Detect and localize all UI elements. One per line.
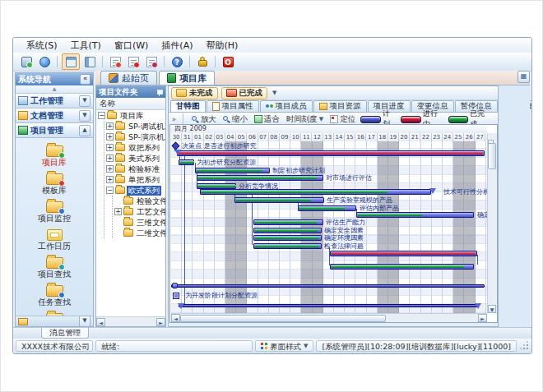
filter-已完成[interactable]: 已完成 <box>221 87 268 99</box>
tree-node[interactable]: +检验标准 <box>104 164 165 174</box>
tree-node[interactable]: +双把系列 <box>104 142 165 153</box>
schedule-button[interactable] <box>125 54 142 69</box>
pin-icon[interactable] <box>155 89 163 96</box>
task-bar[interactable] <box>330 264 474 270</box>
summary-bar[interactable] <box>171 284 485 288</box>
tool-缩小[interactable]: 缩小 <box>221 114 249 125</box>
tree-expander[interactable]: + <box>106 144 114 151</box>
layout-button[interactable] <box>81 54 98 69</box>
menu-item-帮[interactable]: 帮助(H) <box>199 39 244 53</box>
window-button[interactable] <box>62 53 80 70</box>
tool-定位[interactable]: 定位 <box>328 114 357 125</box>
gantt-hscrollbar[interactable]: ◄ ► <box>171 313 487 322</box>
tree-node[interactable]: +单把系列 <box>104 174 165 185</box>
menu-item-工[interactable]: 工具(T) <box>64 39 108 53</box>
tree-expander[interactable]: − <box>98 112 105 119</box>
progress-bar[interactable] <box>330 251 477 256</box>
scroll-right-icon[interactable]: ► <box>478 314 487 322</box>
gantt-tab-项目成员[interactable]: 项目成员 <box>260 100 313 112</box>
tree-expander[interactable]: + <box>106 154 114 162</box>
task-button[interactable] <box>143 54 160 69</box>
filter-未完成[interactable]: 未完成 <box>171 87 218 99</box>
milestone-marker[interactable] <box>172 142 180 150</box>
nav-collapsed-group[interactable]: ▼ <box>16 316 93 326</box>
menu-item-插[interactable]: 插件(A) <box>155 39 199 53</box>
computer-button[interactable] <box>18 54 35 69</box>
tool-适合[interactable]: 适合 <box>253 114 281 125</box>
exit-button[interactable] <box>220 54 236 69</box>
tool-放大[interactable]: 放大 <box>190 114 218 125</box>
chevron-down-icon[interactable]: ▼ <box>79 316 90 327</box>
sidebar-item[interactable]: 项目库 <box>42 142 67 167</box>
task-bar[interactable] <box>234 197 324 203</box>
tab-list-button[interactable]: ▦ <box>517 71 530 83</box>
gantt-tab-甘特图[interactable]: 甘特图 <box>170 100 206 112</box>
tree-expander[interactable]: − <box>106 187 114 194</box>
scroll-left-icon[interactable]: ◄ <box>171 314 180 322</box>
tree-expander[interactable]: + <box>106 122 114 130</box>
sidebar-group-3[interactable]: 项目管理▲ <box>16 123 93 138</box>
scroll-down-icon[interactable]: ▼ <box>488 305 496 313</box>
gantt-tab-项目属性[interactable]: 项目属性 <box>207 100 259 112</box>
task-bar[interactable] <box>253 235 322 241</box>
tree-node[interactable]: +SP-调试机系 <box>104 121 165 131</box>
gantt-vscrollbar[interactable]: ▲ ▼ <box>487 133 497 313</box>
task-bar[interactable] <box>195 168 270 173</box>
task-bar[interactable] <box>197 175 323 181</box>
tree-hscrollbar[interactable]: ◄ ► <box>96 316 165 326</box>
tree-node[interactable]: −项目库 <box>96 110 165 121</box>
task-bar[interactable] <box>253 219 323 225</box>
menu-item-系[interactable]: 系统(S) <box>20 39 64 53</box>
task-bar[interactable] <box>200 189 431 195</box>
tab-起始页[interactable]: 起始页 <box>100 71 157 85</box>
sidebar-scroll-up[interactable]: ▲ <box>16 85 93 94</box>
help-button[interactable] <box>169 54 185 69</box>
interface-style-button[interactable]: 界面样式 ▼ <box>255 340 313 352</box>
toolbar-overflow-icon[interactable]: » <box>172 116 176 123</box>
task-icon[interactable] <box>173 293 179 299</box>
sidebar-item[interactable]: 项目查找 <box>38 254 71 279</box>
tree-column-header[interactable]: 名称 <box>96 98 165 110</box>
menu-item-窗[interactable]: 窗口(W) <box>108 39 155 53</box>
scroll-left-icon[interactable]: ◄ <box>96 318 105 326</box>
task-bar[interactable] <box>298 205 356 211</box>
chevron-down-icon[interactable]: ▼ <box>272 90 276 96</box>
tab-项目库[interactable]: 项目库 <box>159 71 215 85</box>
tree-node[interactable]: +SP-演示机系 <box>104 131 165 142</box>
sidebar-group-1[interactable]: 工作管理▼ <box>16 94 93 108</box>
task-bar[interactable] <box>356 212 474 218</box>
globe-button[interactable] <box>36 54 53 69</box>
chevron-icon[interactable]: ▲ <box>79 125 90 136</box>
gantt-plot[interactable]: 决策点 是否进行初步研究为初步研究分配资源制定初步研究计划对市场进行评估分析竞争… <box>171 141 487 313</box>
message-manager-tab[interactable]: 消息管理 <box>41 328 89 339</box>
tree-node[interactable]: −欧式系列 <box>104 185 165 196</box>
tree-node[interactable]: +工艺文件 <box>113 206 165 217</box>
task-bar[interactable] <box>197 183 236 189</box>
sidebar-item[interactable]: 模板库 <box>42 170 67 195</box>
task-bar[interactable] <box>179 159 194 165</box>
summary-bar[interactable] <box>179 304 478 307</box>
tree-node[interactable]: 二维文件 <box>113 228 165 238</box>
tree-expander[interactable]: + <box>106 133 114 141</box>
hscroll-thumb[interactable] <box>180 315 386 322</box>
chevron-icon[interactable]: ▼ <box>79 95 90 107</box>
tool-时间刻度[interactable]: 时间刻度▼ <box>285 114 325 125</box>
task-bar[interactable] <box>253 243 322 249</box>
vscroll-thumb[interactable] <box>488 143 496 169</box>
sidebar-item[interactable]: 任务查找 <box>38 282 71 307</box>
report-button[interactable] <box>107 54 123 69</box>
lock-button[interactable] <box>194 54 211 69</box>
chevron-icon[interactable]: ▼ <box>79 110 90 122</box>
tree-node[interactable]: 检验文件 <box>113 196 165 206</box>
tree-node[interactable]: +美式系列 <box>104 153 165 164</box>
tree-expander[interactable]: + <box>106 176 114 183</box>
sidebar-item[interactable]: 工作日历 <box>38 226 71 251</box>
gantt-tab-项目资源[interactable]: 项目资源 <box>313 100 367 112</box>
scroll-right-icon[interactable]: ► <box>156 318 165 326</box>
tree-expander[interactable]: + <box>106 165 114 173</box>
tree-node[interactable]: 三维文件 <box>113 217 165 228</box>
task-bar[interactable] <box>253 228 322 233</box>
progress-bar[interactable] <box>177 150 485 156</box>
resize-grip[interactable] <box>521 342 529 350</box>
sidebar-collapse-button[interactable]: « <box>80 74 90 85</box>
